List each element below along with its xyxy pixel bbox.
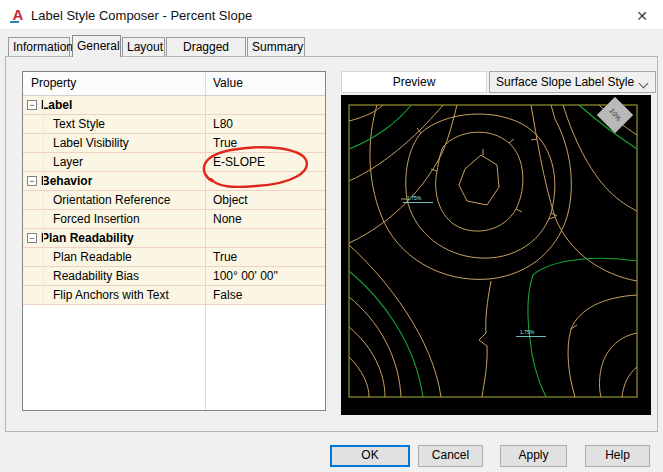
grid-group-row-plan-readability[interactable]: − Plan Readability — [23, 229, 325, 248]
grid-group-row-label[interactable]: − Label — [23, 96, 325, 115]
grid-column-divider[interactable] — [205, 72, 206, 410]
property-label: Flip Anchors with Text — [53, 288, 169, 302]
grid-row-layer[interactable]: Layer E-SLOPE — [23, 153, 325, 172]
preview-style-dropdown[interactable]: Surface Slope Label Style — [489, 71, 656, 93]
column-header-property: Property — [31, 76, 76, 90]
property-value[interactable]: E-SLOPE — [213, 155, 265, 169]
grid-header-row: Property Value — [23, 72, 325, 96]
preview-style-value: Surface Slope Label Style — [496, 75, 634, 89]
property-value[interactable]: False — [213, 288, 242, 302]
grid-row-readability-bias[interactable]: Readability Bias 100° 00' 00" — [23, 267, 325, 286]
group-label: Plan Readability — [41, 231, 134, 245]
ok-button[interactable]: OK — [330, 445, 410, 467]
property-label: Text Style — [53, 117, 105, 131]
grid-row-forced-insertion[interactable]: Forced Insertion None — [23, 210, 325, 229]
grid-row-text-style[interactable]: Text Style L80 — [23, 115, 325, 134]
preview-canvas[interactable]: 1.75% 1.75% 10% — [341, 95, 651, 415]
collapse-icon[interactable]: − — [27, 100, 37, 110]
grid-row-label-visibility[interactable]: Label Visibility True — [23, 134, 325, 153]
grid-row-plan-readable[interactable]: Plan Readable True — [23, 248, 325, 267]
slope-label-2: 1.75% — [516, 329, 546, 337]
grid-group-row-behavior[interactable]: − Behavior — [23, 172, 325, 191]
tab-dragged-state[interactable]: Dragged State — [166, 37, 246, 56]
window-title: Label Style Composer - Percent Slope — [31, 8, 252, 23]
property-value[interactable]: True — [213, 250, 237, 264]
property-value[interactable]: L80 — [213, 117, 233, 131]
close-icon[interactable]: ✕ — [631, 6, 653, 26]
apply-button[interactable]: Apply — [500, 445, 567, 467]
title-bar: A Label Style Composer - Percent Slope ✕ — [0, 0, 663, 30]
tab-general[interactable]: General — [72, 35, 121, 57]
tab-layout[interactable]: Layout — [122, 37, 165, 56]
property-grid: Property Value − Label Text Style L80 La… — [22, 71, 326, 411]
surface-boundary-rect — [349, 105, 637, 397]
contour-lines-green — [349, 105, 637, 397]
svg-text:1.75%: 1.75% — [520, 329, 535, 335]
tab-information[interactable]: Information — [8, 37, 70, 56]
property-label: Orientation Reference — [53, 193, 170, 207]
grid-indent-guide — [43, 96, 44, 305]
property-value[interactable]: True — [213, 136, 237, 150]
grid-row-orientation-reference[interactable]: Orientation Reference Object — [23, 191, 325, 210]
property-label: Plan Readable — [53, 250, 132, 264]
contour-lines-tan — [349, 105, 637, 397]
autocad-logo-icon: A — [9, 6, 27, 24]
property-value[interactable]: 100° 00' 00" — [213, 269, 278, 283]
chevron-down-icon — [640, 80, 648, 88]
property-label: Label Visibility — [53, 136, 129, 150]
group-label: Label — [41, 98, 72, 112]
column-header-value: Value — [213, 76, 243, 90]
collapse-icon[interactable]: − — [27, 176, 37, 186]
tab-summary[interactable]: Summary — [247, 37, 305, 56]
property-value[interactable]: Object — [213, 193, 248, 207]
collapse-icon[interactable]: − — [27, 233, 37, 243]
preview-header: Preview — [341, 71, 487, 93]
dragged-label-diamond: 10% — [597, 97, 633, 133]
property-value[interactable]: None — [213, 212, 242, 226]
property-label: Layer — [53, 155, 83, 169]
group-label: Behavior — [41, 174, 92, 188]
cancel-button[interactable]: Cancel — [418, 445, 483, 467]
property-label: Readability Bias — [53, 269, 139, 283]
grid-row-flip-anchors[interactable]: Flip Anchors with Text False — [23, 286, 325, 305]
svg-text:1.75%: 1.75% — [407, 195, 422, 201]
help-button[interactable]: Help — [585, 445, 650, 467]
property-label: Forced Insertion — [53, 212, 140, 226]
